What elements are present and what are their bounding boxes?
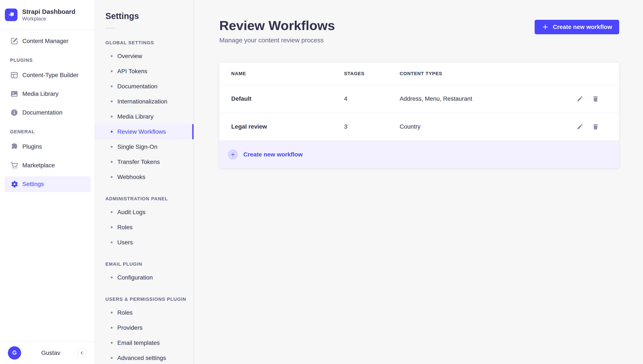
column-header-content-types: CONTENT TYPES bbox=[400, 71, 572, 76]
settings-nav-item-up-roles[interactable]: Roles bbox=[95, 305, 194, 320]
settings-nav-item-users[interactable]: Users bbox=[95, 235, 194, 250]
page-title: Review Workflows bbox=[219, 18, 335, 33]
settings-nav-item-review-workflows[interactable]: Review Workflows bbox=[95, 124, 194, 139]
column-header-name: NAME bbox=[219, 71, 344, 76]
bullet-icon bbox=[111, 55, 113, 57]
workspace-name: Workplace bbox=[22, 16, 75, 22]
settings-nav-item-single-sign-on[interactable]: Single Sign-On bbox=[95, 139, 194, 154]
settings-nav-item-webhooks[interactable]: Webhooks bbox=[95, 170, 194, 184]
collapse-sidebar-button[interactable] bbox=[78, 348, 86, 358]
settings-subnav: Settings GLOBAL SETTINGS Overview API To… bbox=[95, 0, 194, 364]
sidebar-section-plugins: PLUGINS bbox=[10, 58, 94, 63]
settings-nav-item-advanced-settings[interactable]: Advanced settings bbox=[95, 350, 194, 364]
table-row[interactable]: Default 4 Address, Menu, Restaurant bbox=[219, 85, 619, 112]
workflow-name: Legal review bbox=[219, 123, 344, 130]
bullet-icon bbox=[111, 312, 113, 314]
user-footer: G Gustav bbox=[0, 342, 94, 364]
sidebar-item-label: Marketplace bbox=[22, 162, 55, 169]
settings-nav-item-providers[interactable]: Providers bbox=[95, 320, 194, 335]
row-actions bbox=[572, 95, 619, 102]
settings-nav-item-overview[interactable]: Overview bbox=[95, 48, 194, 64]
subnav-section-users-permissions-plugin: USERS & PERMISSIONS PLUGIN Roles Provide… bbox=[95, 296, 194, 364]
create-workflow-button-label: Create new workflow bbox=[553, 24, 612, 30]
create-workflow-footer-label: Create new workflow bbox=[243, 151, 303, 158]
page-header-text: Review Workflows Manage your content rev… bbox=[219, 18, 335, 44]
sidebar-item-content-manager[interactable]: Content Manager bbox=[5, 33, 91, 49]
puzzle-icon bbox=[10, 142, 18, 151]
bullet-icon bbox=[111, 85, 113, 87]
sidebar-item-marketplace[interactable]: Marketplace bbox=[5, 158, 91, 173]
settings-nav-item-email-templates[interactable]: Email templates bbox=[95, 335, 194, 350]
primary-nav-list: Content Manager PLUGINS Content-Type Bui… bbox=[0, 30, 94, 342]
info-icon bbox=[10, 108, 18, 117]
bullet-icon bbox=[111, 226, 113, 228]
subnav-section-title: GLOBAL SETTINGS bbox=[106, 40, 194, 46]
app-title: Strapi Dashboard bbox=[22, 8, 75, 16]
primary-sidebar: Strapi Dashboard Workplace Content Manag… bbox=[0, 0, 95, 364]
delete-workflow-button[interactable] bbox=[592, 95, 599, 102]
sidebar-item-content-type-builder[interactable]: Content-Type Builder bbox=[5, 67, 91, 83]
bullet-icon bbox=[111, 176, 113, 178]
subnav-section-administration-panel: ADMINISTRATION PANEL Audit Logs Roles Us… bbox=[95, 196, 194, 250]
sidebar-item-label: Content Manager bbox=[22, 38, 68, 44]
edit-workflow-button[interactable] bbox=[576, 95, 584, 102]
sidebar-section-general: GENERAL bbox=[10, 129, 94, 134]
plus-icon bbox=[230, 152, 236, 157]
row-actions bbox=[572, 123, 619, 130]
page-header: Review Workflows Manage your content rev… bbox=[219, 18, 619, 44]
sidebar-item-label: Media Library bbox=[22, 90, 58, 97]
pencil-icon bbox=[576, 95, 584, 102]
workflow-name: Default bbox=[219, 95, 344, 102]
avatar: G bbox=[8, 346, 21, 360]
settings-nav-item-internationalization[interactable]: Internationalization bbox=[95, 94, 194, 109]
sidebar-item-plugins[interactable]: Plugins bbox=[5, 139, 91, 154]
bullet-icon bbox=[111, 357, 113, 359]
workflow-stages: 3 bbox=[344, 123, 400, 130]
bullet-icon bbox=[111, 242, 113, 243]
strapi-glyph-icon bbox=[7, 11, 16, 19]
settings-nav-item-admin-roles[interactable]: Roles bbox=[95, 220, 194, 235]
settings-nav-item-audit-logs[interactable]: Audit Logs bbox=[95, 204, 194, 220]
bullet-icon bbox=[111, 276, 113, 278]
main-content: Review Workflows Manage your content rev… bbox=[194, 0, 643, 364]
subnav-section-title: ADMINISTRATION PANEL bbox=[106, 196, 194, 202]
sidebar-item-label: Documentation bbox=[22, 109, 62, 116]
cart-icon bbox=[10, 161, 18, 170]
bullet-icon bbox=[111, 100, 113, 102]
settings-nav-item-api-tokens[interactable]: API Tokens bbox=[95, 64, 194, 79]
settings-nav-item-documentation[interactable]: Documentation bbox=[95, 79, 194, 94]
trash-icon bbox=[592, 95, 599, 102]
bullet-icon bbox=[111, 161, 113, 163]
sidebar-item-label: Plugins bbox=[22, 143, 42, 150]
subnav-section-email-plugin: EMAIL PLUGIN Configuration bbox=[95, 262, 194, 285]
sidebar-item-settings[interactable]: Settings bbox=[5, 176, 91, 192]
app-root: Strapi Dashboard Workplace Content Manag… bbox=[0, 0, 643, 364]
bullet-icon bbox=[111, 342, 113, 344]
user-name: Gustav bbox=[41, 350, 60, 356]
settings-nav-item-transfer-tokens[interactable]: Transfer Tokens bbox=[95, 154, 194, 170]
create-workflow-footer-button[interactable]: Create new workflow bbox=[219, 140, 619, 168]
edit-workflow-button[interactable] bbox=[576, 123, 584, 130]
settings-nav-item-configuration[interactable]: Configuration bbox=[95, 270, 194, 285]
delete-workflow-button[interactable] bbox=[592, 123, 599, 130]
table-row[interactable]: Legal review 3 Country bbox=[219, 112, 619, 140]
trash-icon bbox=[592, 123, 599, 130]
create-workflow-button[interactable]: Create new workflow bbox=[535, 20, 619, 34]
workspace-header: Strapi Dashboard Workplace bbox=[0, 0, 94, 30]
layout-icon bbox=[10, 71, 18, 80]
workflow-content-types: Address, Menu, Restaurant bbox=[400, 95, 572, 102]
sidebar-item-media-library[interactable]: Media Library bbox=[5, 86, 91, 102]
table-header-row: NAME STAGES CONTENT TYPES bbox=[219, 62, 619, 85]
settings-nav-item-media-library[interactable]: Media Library bbox=[95, 109, 194, 124]
subnav-title: Settings bbox=[106, 11, 194, 21]
subnav-section-title: EMAIL PLUGIN bbox=[106, 262, 194, 267]
workflow-stages: 4 bbox=[344, 95, 400, 102]
bullet-icon bbox=[111, 211, 113, 213]
pencil-icon bbox=[576, 123, 584, 130]
plus-icon bbox=[542, 24, 549, 31]
workspace-text: Strapi Dashboard Workplace bbox=[22, 8, 75, 22]
sidebar-item-label: Settings bbox=[22, 181, 44, 188]
subnav-section-title: USERS & PERMISSIONS PLUGIN bbox=[106, 296, 194, 302]
sidebar-item-documentation[interactable]: Documentation bbox=[5, 105, 91, 120]
sidebar-item-label: Content-Type Builder bbox=[22, 72, 78, 78]
